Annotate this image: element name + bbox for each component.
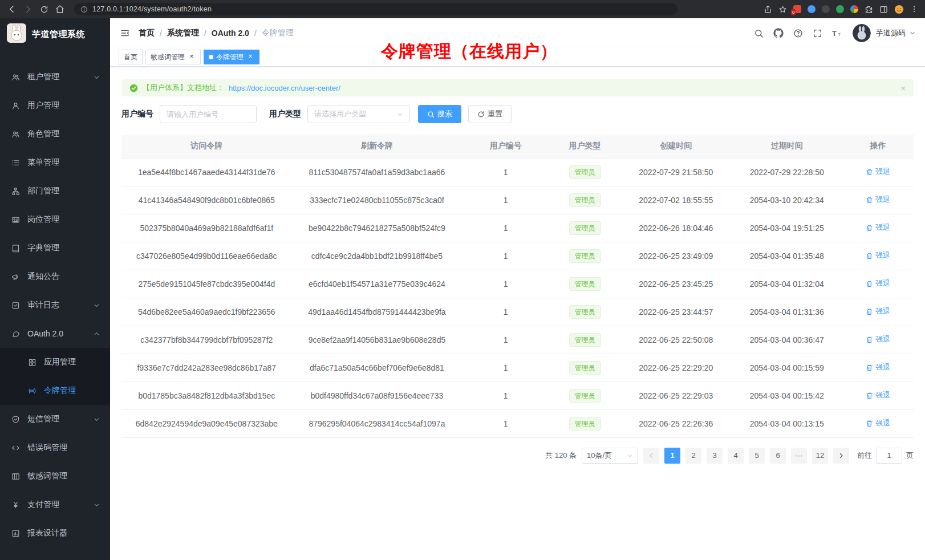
back-icon[interactable] <box>5 2 19 17</box>
reset-button[interactable]: 重置 <box>468 105 512 123</box>
breadcrumb-item-0[interactable]: 首页 <box>139 28 155 38</box>
sidebar: 芋道管理系统 租户管理用户管理角色管理菜单管理部门管理岗位管理字典管理通知公告审… <box>0 18 110 560</box>
help-icon[interactable] <box>793 29 803 38</box>
page-button-3[interactable]: 3 <box>707 448 723 464</box>
sidebar-item-post[interactable]: 岗位管理 <box>0 205 110 234</box>
font-size-icon[interactable]: TT <box>832 29 843 38</box>
force-logout-button[interactable]: 强退 <box>866 306 890 316</box>
force-logout-button[interactable]: 强退 <box>866 167 890 177</box>
side-panel-icon[interactable] <box>879 5 888 14</box>
sidebar-item-menu[interactable]: 菜单管理 <box>0 148 110 177</box>
tab-sensitive-word[interactable]: 敏感词管理× <box>145 50 201 64</box>
search-icon <box>427 111 435 118</box>
prev-page-button[interactable] <box>643 448 659 464</box>
alert-close-icon[interactable]: × <box>900 83 906 93</box>
extension-color-icon[interactable] <box>850 5 858 13</box>
force-logout-button[interactable]: 强退 <box>866 418 890 428</box>
table-row: b0d1785bc3a8482f812db4a3f3bd15ecb0df4980… <box>121 382 914 409</box>
extensions-puzzle-icon[interactable] <box>865 5 873 14</box>
sidebar-item-user[interactable]: 用户管理 <box>0 91 110 120</box>
force-logout-button[interactable]: 强退 <box>866 194 890 205</box>
breadcrumb-item-2[interactable]: OAuth 2.0 <box>212 29 249 38</box>
sidebar-item-pay[interactable]: 支付管理 <box>0 490 110 519</box>
sidebar-item-oauth2[interactable]: OAuth 2.0 <box>0 319 110 348</box>
user-type-select[interactable]: 请选择用户类型 <box>307 105 410 123</box>
doc-link[interactable]: https://doc.iocoder.cn/user-center/ <box>229 84 340 92</box>
user-id: 1 <box>504 279 508 289</box>
refresh-token: 811c530487574fa0af1a59d3abc1aa66 <box>309 168 445 177</box>
tab-oauth2-token[interactable]: 令牌管理× <box>204 50 259 64</box>
page-button-1[interactable]: 1 <box>664 448 680 464</box>
access-token: 41c41346a548490f9dc8b01c6bfe0865 <box>139 196 275 205</box>
browser-menu-icon[interactable] <box>910 5 918 13</box>
book-icon <box>11 244 21 253</box>
force-logout-button[interactable]: 强退 <box>866 390 890 400</box>
user-id-label: 用户编号 <box>121 109 153 119</box>
extension-green-icon[interactable] <box>836 5 844 13</box>
created-time: 2022-07-29 21:58:50 <box>639 168 713 177</box>
search-icon[interactable] <box>754 29 764 38</box>
force-logout-button[interactable]: 强退 <box>866 334 890 344</box>
sidebar-item-oauth2-app[interactable]: 应用管理 <box>0 348 110 376</box>
sidebar-toggle-icon[interactable] <box>120 28 130 38</box>
chevron-down-icon[interactable] <box>910 30 915 36</box>
user-type-tag: 管理员 <box>569 193 601 207</box>
page-button-12[interactable]: 12 <box>812 448 828 464</box>
extension-dark-icon[interactable] <box>822 5 830 13</box>
expire-time: 2054-03-10 20:42:34 <box>750 196 824 205</box>
github-icon[interactable] <box>773 28 784 38</box>
column-header: 用户编号 <box>462 135 549 158</box>
share-icon[interactable] <box>764 5 772 14</box>
columns-icon <box>11 472 21 481</box>
table-row: 502375b8040a469a9b82188afdf6af1fbe90422b… <box>121 214 914 242</box>
user-name[interactable]: 芋道源码 <box>876 28 906 38</box>
users-icon <box>11 130 21 139</box>
refresh-token: 49d1aa46d1454fbd87591444423be9fa <box>308 307 445 316</box>
sidebar-item-error-code[interactable]: 错误码管理 <box>0 433 110 462</box>
chevron-down-icon <box>94 502 100 508</box>
page-button-6[interactable]: 6 <box>770 448 786 464</box>
sidebar-item-dict[interactable]: 字典管理 <box>0 234 110 262</box>
sidebar-item-sms[interactable]: 短信管理 <box>0 405 110 433</box>
forward-icon[interactable] <box>21 2 35 17</box>
bookmark-star-icon[interactable] <box>778 5 787 14</box>
address-bar[interactable]: 127.0.0.1:1024/system/oauth2/token <box>74 3 677 15</box>
goto-page-input[interactable] <box>876 448 902 464</box>
sidebar-item-audit-log[interactable]: 审计日志 <box>0 291 110 319</box>
page-ellipsis-button[interactable]: ··· <box>791 448 807 464</box>
site-info-icon[interactable] <box>80 6 88 13</box>
sidebar-item-dept[interactable]: 部门管理 <box>0 177 110 205</box>
sidebar-item-report-designer[interactable]: 报表设计器 <box>0 519 110 547</box>
tab-label: 令牌管理 <box>216 52 244 62</box>
search-button[interactable]: 搜索 <box>418 105 461 123</box>
sidebar-item-tenant[interactable]: 租户管理 <box>0 63 110 91</box>
tab-home[interactable]: 首页 <box>119 50 143 64</box>
extension-blue-icon[interactable] <box>808 5 816 13</box>
extension-red-icon[interactable]: 0 <box>793 5 801 13</box>
tab-close-icon[interactable]: × <box>188 53 196 61</box>
force-logout-button[interactable]: 强退 <box>866 362 890 372</box>
sidebar-item-oauth2-token[interactable]: 令牌管理 <box>0 376 110 405</box>
sidebar-item-role[interactable]: 角色管理 <box>0 120 110 148</box>
page-size-select[interactable]: 10条/页 <box>582 448 638 464</box>
force-logout-button[interactable]: 强退 <box>866 250 890 261</box>
force-logout-button[interactable]: 强退 <box>866 278 890 289</box>
force-logout-button[interactable]: 强退 <box>866 222 890 233</box>
app-logo[interactable]: 芋道管理系统 <box>0 18 110 50</box>
sidebar-item-sensitive-word[interactable]: 敏感词管理 <box>0 462 110 490</box>
page-button-2[interactable]: 2 <box>685 448 701 464</box>
fullscreen-icon[interactable] <box>813 29 822 38</box>
sidebar-item-notice[interactable]: 通知公告 <box>0 262 110 291</box>
reload-icon[interactable] <box>36 2 51 17</box>
tab-close-icon[interactable]: × <box>246 53 254 61</box>
user-avatar[interactable] <box>853 24 871 42</box>
user-id-input[interactable] <box>160 105 257 123</box>
breadcrumb-item-1[interactable]: 系统管理 <box>167 28 199 38</box>
page-button-5[interactable]: 5 <box>749 448 765 464</box>
profile-avatar[interactable] <box>894 5 904 14</box>
next-page-button[interactable] <box>833 448 849 464</box>
sidebar-item-label: 短信管理 <box>27 414 94 424</box>
page-button-4[interactable]: 4 <box>728 448 744 464</box>
home-icon[interactable] <box>52 2 67 17</box>
shield-icon <box>11 415 21 424</box>
